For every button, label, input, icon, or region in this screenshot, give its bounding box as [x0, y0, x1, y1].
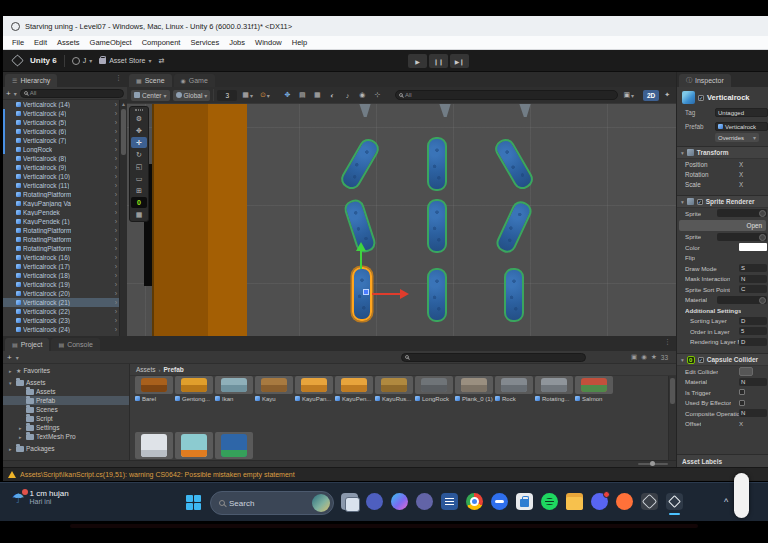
folder-tree-item[interactable]: ★ Script — [3, 414, 129, 423]
hierarchy-item[interactable]: RotatingPlatform › — [3, 244, 119, 253]
weather-widget[interactable]: ☂ 1 cm hujan Hari ini — [12, 489, 69, 506]
color-swatch[interactable] — [739, 243, 767, 251]
word-icon[interactable] — [441, 493, 458, 510]
chevron-right-icon[interactable]: › — [115, 147, 117, 153]
verticalrock-object[interactable] — [492, 136, 536, 193]
scrollbar-thumb[interactable] — [121, 109, 126, 155]
scroll-up-icon[interactable]: ▲ — [121, 101, 126, 107]
tool-handle-position-button[interactable]: Center ▾ — [131, 90, 170, 101]
value-dropdown[interactable]: D — [739, 338, 767, 346]
menu-item[interactable]: Component — [137, 38, 186, 47]
hierarchy-search-input[interactable]: All — [20, 89, 124, 98]
rotate-tool-icon[interactable]: ↻ — [131, 149, 147, 160]
chevron-right-icon[interactable]: › — [115, 327, 117, 333]
hierarchy-item[interactable]: LongRock › — [3, 145, 119, 154]
tab-console[interactable]: ▤ Console — [51, 338, 99, 351]
gizmos-icon[interactable]: ✦ — [662, 90, 672, 101]
scene-view-option-icon[interactable]: ♪ — [341, 90, 354, 101]
asset-store-button[interactable]: Asset Store ▾ — [99, 57, 151, 64]
hierarchy-item[interactable]: Verticalrock (23) › — [3, 316, 119, 325]
overrides-dropdown[interactable]: Overrides ▾ — [715, 133, 759, 142]
hierarchy-item[interactable]: Verticalrock (22) › — [3, 307, 119, 316]
tab-project[interactable]: ▤ Project — [5, 338, 49, 351]
scene-view-option-icon[interactable]: ◉ — [356, 90, 369, 101]
tab-game[interactable]: ◉ Game — [174, 74, 215, 87]
verticalrock-object[interactable] — [338, 136, 382, 193]
menu-item[interactable]: Help — [287, 38, 312, 47]
copilot-icon[interactable] — [391, 493, 408, 510]
folder-tree-item[interactable]: ▸ ★ Favorites — [3, 366, 129, 375]
favorite-search-icon[interactable]: ★ — [651, 353, 657, 361]
menu-item[interactable]: Edit — [29, 38, 52, 47]
hierarchy-item[interactable]: Verticalrock (18) › — [3, 271, 119, 280]
value-dropdown[interactable]: S — [739, 264, 767, 272]
asset-tile[interactable]: Plank_0 (1) — [455, 376, 493, 403]
play-button[interactable]: ▶ — [408, 54, 427, 68]
scene-view-option-icon[interactable]: ✥ — [281, 90, 294, 101]
view-tool-icon[interactable]: ⚙ — [131, 113, 147, 124]
scene-viewport[interactable]: ⚙✥✛↻◱▭⊞0▦ — [127, 104, 676, 336]
scene-view-option-icon[interactable]: ◐ — [326, 90, 339, 101]
app-blue-icon[interactable] — [491, 493, 508, 510]
folder-tree-item[interactable]: ▸ ★ Packages — [3, 444, 129, 453]
asset-tile[interactable]: KayuRus... — [375, 376, 413, 403]
chevron-right-icon[interactable]: › — [115, 183, 117, 189]
create-asset-button[interactable]: + — [7, 353, 12, 362]
asset-tile[interactable]: SilverBar... — [135, 432, 173, 460]
scrollbar-thumb[interactable] — [670, 378, 675, 404]
chevron-right-icon[interactable]: › — [115, 246, 117, 252]
foldout-icon[interactable]: ▸ — [19, 434, 24, 440]
overlay-zero-icon[interactable]: 0 — [131, 197, 147, 208]
chevron-right-icon[interactable]: › — [115, 129, 117, 135]
hierarchy-item[interactable]: Verticalrock (11) › — [3, 181, 119, 190]
hierarchy-item[interactable]: RotatingPlatform › — [3, 235, 119, 244]
chevron-right-icon[interactable]: › — [115, 210, 117, 216]
foldout-icon[interactable]: ▾ — [681, 199, 684, 205]
verticalrock-object[interactable] — [352, 267, 372, 321]
menu-item[interactable]: Jobs — [224, 38, 250, 47]
folder-tree-item[interactable]: ★ Scenes — [3, 405, 129, 414]
move-tool-icon[interactable]: ✛ — [131, 137, 147, 148]
console-status-bar[interactable]: Assets\Script\IkanScript.cs(19,51): warn… — [3, 467, 768, 481]
transform-section-header[interactable]: ▾ Transform — [677, 146, 768, 159]
chevron-right-icon[interactable]: › — [115, 264, 117, 270]
verticalrock-object[interactable] — [427, 268, 447, 322]
tab-hierarchy[interactable]: ☰ Hierarchy — [5, 74, 57, 87]
panel-menu-icon[interactable]: ⋮ — [664, 338, 673, 346]
hierarchy-scrollbar[interactable]: ▲ — [119, 100, 127, 336]
chevron-right-icon[interactable]: › — [115, 192, 117, 198]
asset-tile[interactable]: Gentong... — [175, 376, 213, 403]
axis-x-field[interactable]: X — [739, 420, 743, 427]
gameobject-name[interactable]: Verticalrock — [707, 93, 750, 102]
value-dropdown[interactable]: C — [739, 285, 767, 293]
explorer-icon[interactable] — [566, 493, 583, 510]
hierarchy-item[interactable]: Verticalrock (8) › — [3, 154, 119, 163]
value-dropdown[interactable]: N — [739, 275, 767, 283]
asset-tile[interactable]: Salmon — [575, 376, 613, 403]
chevron-right-icon[interactable]: › — [115, 273, 117, 279]
gizmo-x-axis[interactable] — [372, 293, 400, 295]
chevron-right-icon[interactable]: › — [115, 291, 117, 297]
chevron-right-icon[interactable]: › — [115, 174, 117, 180]
gizmo-y-axis[interactable] — [360, 251, 362, 269]
hierarchy-item[interactable]: KayuPanjang Va › — [3, 199, 119, 208]
tab-inspector[interactable]: ⓘ Inspector — [679, 74, 731, 87]
prefab-field[interactable]: Verticalrock — [715, 122, 768, 131]
tag-dropdown[interactable]: Untagged — [715, 108, 768, 117]
layers-button[interactable]: ▣ ▾ — [621, 90, 636, 101]
asset-tile[interactable]: LongRock — [415, 376, 453, 403]
gizmo-origin-handle[interactable] — [363, 289, 369, 295]
unity-hub-icon[interactable] — [641, 493, 658, 510]
chevron-right-icon[interactable]: › — [115, 318, 117, 324]
active-checkbox[interactable]: ✓ — [698, 95, 704, 101]
taskbar-overflow-chevron-icon[interactable]: ^ — [724, 497, 728, 507]
property-checkbox[interactable] — [739, 400, 745, 406]
transform-tool-icon[interactable]: ⊞ — [131, 185, 147, 196]
hierarchy-item[interactable]: Verticalrock (4) › — [3, 109, 119, 118]
teams-classic-icon[interactable] — [366, 493, 383, 510]
verticalrock-object[interactable] — [494, 198, 535, 255]
asset-tile[interactable]: Uning — [175, 432, 213, 460]
chevron-right-icon[interactable]: › — [115, 228, 117, 234]
asset-tile[interactable]: KayuPen... — [335, 376, 373, 403]
menu-item[interactable]: GameObject — [85, 38, 137, 47]
